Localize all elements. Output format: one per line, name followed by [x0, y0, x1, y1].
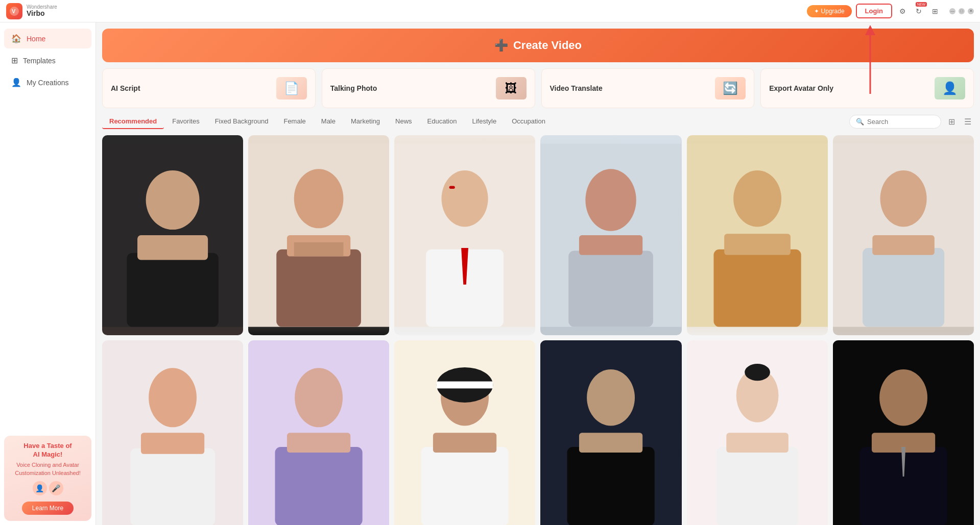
- avatar-img-william: [687, 135, 828, 335]
- grid-icon[interactable]: ⊞: [929, 5, 941, 17]
- grid-view-icon[interactable]: ⊞: [945, 116, 958, 128]
- figure-2: 🎤: [49, 481, 63, 495]
- tab-marketing[interactable]: Marketing: [344, 114, 387, 129]
- refresh-icon[interactable]: ↻NEW: [913, 5, 925, 17]
- avatar-card-arjun[interactable]: Arjun - Araber: [394, 340, 535, 525]
- svg-rect-6: [127, 253, 219, 327]
- tab-female[interactable]: Female: [276, 114, 313, 129]
- upgrade-button[interactable]: ✦ Upgrade: [807, 5, 851, 17]
- avatar-grid: Brandt-Casual Elena-Professional: [96, 135, 980, 525]
- avatar-card-ruby-formal[interactable]: Ruby-Formal: [248, 340, 389, 525]
- sidebar-item-my-creations[interactable]: 👤 My Creations: [4, 72, 91, 92]
- tab-education[interactable]: Education: [420, 114, 464, 129]
- export-avatar-label: Export Avatar Only: [769, 84, 833, 92]
- avatar-card-chloe[interactable]: Chloe-Elegant: [833, 135, 974, 335]
- tab-occupation[interactable]: Occupation: [505, 114, 553, 129]
- svg-rect-12: [294, 242, 344, 257]
- svg-rect-47: [579, 433, 642, 453]
- svg-rect-36: [275, 447, 363, 525]
- avatar-img-john: [833, 340, 974, 525]
- avatar-img-harper: [540, 135, 681, 335]
- talking-photo-label: Talking Photo: [330, 84, 377, 92]
- svg-rect-24: [713, 249, 801, 327]
- templates-icon: ⊞: [11, 56, 18, 65]
- avatar-img-chloe: [833, 135, 974, 335]
- feature-video-translate[interactable]: Video Translate 🔄: [541, 68, 755, 108]
- svg-rect-33: [141, 433, 204, 454]
- svg-rect-51: [726, 433, 788, 453]
- video-translate-thumb: 🔄: [715, 77, 746, 99]
- ai-script-label: AI Script: [111, 84, 140, 92]
- search-input[interactable]: [867, 118, 935, 126]
- avatar-card-john[interactable]: John-Marketer: [833, 340, 974, 525]
- avatar-card-harper[interactable]: Harper-Promotion: [540, 135, 681, 335]
- svg-rect-7: [137, 235, 208, 260]
- search-box[interactable]: 🔍: [849, 115, 941, 129]
- figure-1: 👤: [33, 481, 47, 495]
- svg-point-14: [442, 170, 488, 227]
- svg-rect-20: [569, 251, 654, 327]
- login-button[interactable]: Login: [856, 4, 892, 18]
- tab-lifestyle[interactable]: Lifestyle: [465, 114, 504, 129]
- svg-rect-21: [579, 235, 642, 255]
- tab-fixed-background[interactable]: Fixed Background: [208, 114, 276, 129]
- avatar-card-william[interactable]: HOT William - Business: [687, 135, 828, 335]
- feature-talking-photo[interactable]: Talking Photo 🖼: [322, 68, 535, 108]
- avatar-img-ruby-formal: [248, 340, 389, 525]
- avatar-card-giulia[interactable]: Giulia-Business: [102, 340, 243, 525]
- tab-male[interactable]: Male: [314, 114, 343, 129]
- svg-rect-37: [287, 433, 350, 453]
- tab-news[interactable]: News: [388, 114, 419, 129]
- avatar-img-gabriel: [540, 340, 681, 525]
- svg-point-9: [294, 169, 344, 228]
- ai-script-thumb: 📄: [276, 77, 307, 99]
- settings-icon[interactable]: ⚙: [896, 5, 909, 17]
- list-view-icon[interactable]: ☰: [962, 116, 974, 128]
- svg-point-5: [146, 170, 200, 230]
- create-video-label: Create Video: [513, 39, 582, 52]
- avatar-img-mina: [687, 340, 828, 525]
- sidebar: 🏠 Home ⊞ Templates 👤 My Creations Have a…: [0, 22, 96, 525]
- svg-rect-16: [449, 186, 455, 189]
- sidebar-label-templates: Templates: [23, 57, 56, 65]
- feature-cards: AI Script 📄 Talking Photo 🖼 Video Transl…: [102, 68, 974, 108]
- svg-point-19: [586, 169, 636, 231]
- svg-point-27: [880, 170, 926, 227]
- svg-point-35: [295, 368, 343, 428]
- svg-rect-25: [724, 234, 791, 255]
- avatar-card-elena[interactable]: Elena-Professional: [248, 135, 389, 335]
- brand-bottom: Virbo: [27, 10, 57, 17]
- tab-favorites[interactable]: Favorites: [165, 114, 206, 129]
- svg-rect-43: [433, 433, 496, 453]
- create-video-button[interactable]: ➕ Create Video: [494, 39, 582, 52]
- minimize-button[interactable]: —: [949, 8, 955, 14]
- video-translate-label: Video Translate: [550, 84, 603, 92]
- tab-recommended[interactable]: Recommended: [102, 114, 164, 129]
- learn-more-button[interactable]: Learn More: [22, 502, 74, 515]
- svg-rect-42: [437, 382, 493, 389]
- maximize-button[interactable]: □: [959, 8, 965, 14]
- svg-rect-39: [421, 447, 509, 525]
- sidebar-item-templates[interactable]: ⊞ Templates: [4, 51, 91, 70]
- feature-export-avatar[interactable]: Export Avatar Only 👤: [760, 68, 974, 108]
- svg-point-45: [587, 369, 635, 426]
- sidebar-nav: 🏠 Home ⊞ Templates 👤 My Creations: [0, 22, 95, 432]
- svg-rect-29: [872, 235, 935, 255]
- main-layout: 🏠 Home ⊞ Templates 👤 My Creations Have a…: [0, 22, 980, 525]
- avatar-card-ruby-games[interactable]: Ruby-Games: [394, 135, 535, 335]
- svg-rect-32: [130, 448, 215, 525]
- export-avatar-thumb: 👤: [935, 77, 965, 99]
- create-video-banner[interactable]: ➕ Create Video: [102, 29, 974, 62]
- sidebar-item-home[interactable]: 🏠 Home: [4, 29, 91, 48]
- avatar-card-gabriel[interactable]: Gabriel-Business: [540, 340, 681, 525]
- promo-subtitle: Voice Cloning and Avatar Customization U…: [10, 461, 85, 477]
- avatar-card-brandt[interactable]: Brandt-Casual: [102, 135, 243, 335]
- avatar-img-brandt: [102, 135, 243, 335]
- app-name: Wondershare Virbo: [27, 4, 57, 17]
- avatar-card-mina[interactable]: Mina - Hanfu: [687, 340, 828, 525]
- sidebar-label-home: Home: [27, 35, 45, 43]
- svg-point-52: [745, 364, 770, 381]
- svg-rect-50: [716, 447, 798, 525]
- feature-ai-script[interactable]: AI Script 📄: [102, 68, 316, 108]
- close-button[interactable]: ✕: [968, 8, 974, 14]
